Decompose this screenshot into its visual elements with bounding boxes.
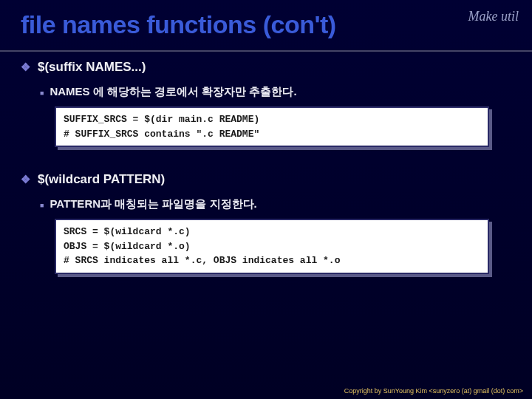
bullet-level1: ❖ $(suffix NAMES...) — [21, 60, 511, 75]
bullet-level2: ■ NAMES 에 해당하는 경로에서 확장자만 추출한다. — [40, 85, 511, 99]
diamond-icon: ❖ — [21, 173, 30, 186]
code-content: SRCS = $(wildcard *.c) OBJS = $(wildcard… — [55, 219, 489, 274]
footer-copyright: Copyright by SunYoung Kim <sunyzero (at)… — [344, 387, 523, 395]
section-sub: PATTERN과 매칭되는 파일명을 지정한다. — [50, 197, 256, 211]
section-suffix: ❖ $(suffix NAMES...) ■ NAMES 에 해당하는 경로에서… — [21, 60, 511, 147]
section-heading: $(wildcard PATTERN) — [38, 172, 165, 187]
section-wildcard: ❖ $(wildcard PATTERN) ■ PATTERN과 매칭되는 파일… — [21, 172, 511, 274]
diamond-icon: ❖ — [21, 61, 30, 74]
bullet-level2: ■ PATTERN과 매칭되는 파일명을 지정한다. — [40, 197, 511, 211]
section-heading: $(suffix NAMES...) — [38, 60, 146, 75]
code-block: SRCS = $(wildcard *.c) OBJS = $(wildcard… — [55, 219, 489, 274]
slide-body: ❖ $(suffix NAMES...) ■ NAMES 에 해당하는 경로에서… — [21, 60, 511, 274]
square-icon: ■ — [40, 200, 44, 211]
section-sub: NAMES 에 해당하는 경로에서 확장자만 추출한다. — [50, 85, 296, 99]
corner-label: Make util — [468, 9, 519, 24]
square-icon: ■ — [40, 88, 44, 99]
slide: Make util file names functions (con't) ❖… — [0, 0, 532, 399]
code-content: SUFFIX_SRCS = $(dir main.c README) # SUF… — [55, 106, 489, 147]
bullet-level1: ❖ $(wildcard PATTERN) — [21, 172, 511, 187]
page-title: file names functions (con't) — [21, 10, 511, 39]
code-block: SUFFIX_SRCS = $(dir main.c README) # SUF… — [55, 106, 489, 147]
